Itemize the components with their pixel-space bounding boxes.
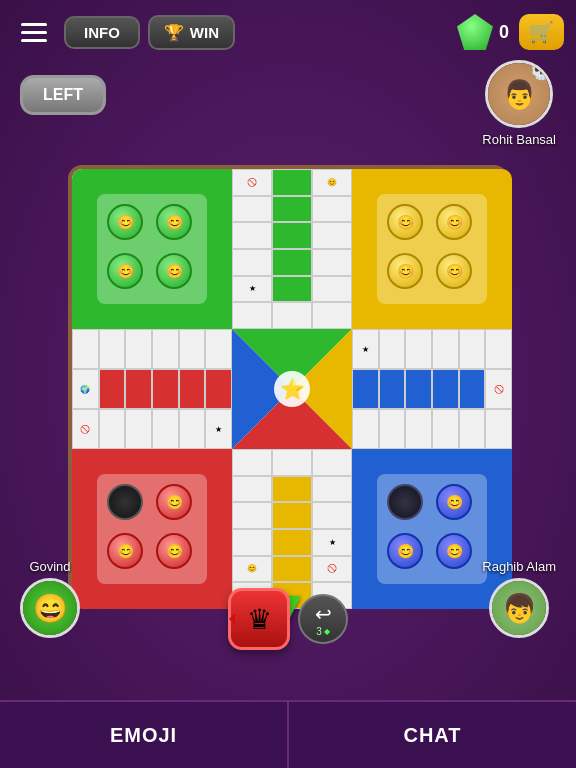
token-yellow-4[interactable]: 😊 xyxy=(436,253,472,289)
cell xyxy=(405,329,432,369)
cell xyxy=(432,409,459,449)
token-blue-1[interactable]: 😊 xyxy=(436,484,472,520)
cell xyxy=(179,409,206,449)
cell xyxy=(352,409,379,449)
cell-green xyxy=(272,196,312,223)
token-yellow-3[interactable]: 😊 xyxy=(387,253,423,289)
cell: 😊 xyxy=(312,169,352,196)
token-green-4[interactable]: 😊 xyxy=(156,253,192,289)
path-right-grid: ★ 🚫 xyxy=(352,329,512,449)
cell-yellow xyxy=(272,476,312,503)
trophy-icon: 🏆 xyxy=(164,23,184,42)
cell xyxy=(99,329,126,369)
cell-blue xyxy=(405,369,432,409)
token-red-1[interactable]: 😊 xyxy=(156,484,192,520)
crown-button[interactable]: ♛ xyxy=(228,588,290,650)
token-green-3[interactable]: 😊 xyxy=(107,253,143,289)
cell-blue xyxy=(432,369,459,409)
hamburger-line2 xyxy=(21,31,47,34)
path-left-grid: 🌍 🚫 ★ xyxy=(72,329,232,449)
cart-icon: 🛒 xyxy=(529,21,554,43)
win-label: WIN xyxy=(190,24,219,41)
cell xyxy=(312,302,352,329)
cell xyxy=(99,409,126,449)
cell-yellow xyxy=(272,502,312,529)
cell-blue xyxy=(459,369,486,409)
cell xyxy=(272,449,312,476)
home-yellow: 😊 😊 😊 😊 xyxy=(352,169,512,329)
undo-button[interactable]: ↩ 3 ◆ xyxy=(298,594,348,644)
undo-icon: ↩ xyxy=(315,602,332,626)
path-top-grid: 🚫 😊 ★ xyxy=(232,169,352,329)
cell xyxy=(379,409,406,449)
ludo-board: 😊 😊 😊 😊 🚫 😊 xyxy=(68,165,508,605)
cell xyxy=(485,409,512,449)
path-right: ★ 🚫 xyxy=(352,329,512,449)
cell-red xyxy=(152,369,179,409)
undo-count-area: 3 ◆ xyxy=(316,626,330,637)
cell: 🚫 xyxy=(72,409,99,449)
player-raghib-name: Raghib Alam xyxy=(482,559,556,574)
home-green-inner: 😊 😊 😊 😊 xyxy=(97,194,207,304)
cell: 🌍 xyxy=(72,369,99,409)
player-raghib-face: 👦 xyxy=(492,581,546,635)
cell-red xyxy=(205,369,232,409)
player-bottom-right: Raghib Alam 👦 xyxy=(482,559,556,638)
cell: ★ xyxy=(312,529,352,556)
cell xyxy=(312,196,352,223)
board-container: 😊 😊 😊 😊 🚫 😊 xyxy=(68,165,508,605)
bottom-tabs: EMOJI CHAT xyxy=(0,700,576,768)
skull-icon: 💀 xyxy=(529,60,553,81)
win-button[interactable]: 🏆 WIN xyxy=(148,15,235,50)
home-yellow-inner: 😊 😊 😊 😊 xyxy=(377,194,487,304)
cell xyxy=(405,409,432,449)
crown-icon: ♛ xyxy=(247,603,272,636)
center-star-svg: ⭐ xyxy=(232,329,352,449)
board-center: ⭐ xyxy=(232,329,352,449)
undo-gem-icon: ◆ xyxy=(324,627,330,636)
token-yellow-1[interactable]: 😊 xyxy=(387,204,423,240)
token-green-2[interactable]: 😊 xyxy=(156,204,192,240)
cell xyxy=(205,329,232,369)
hamburger-line1 xyxy=(21,23,47,26)
cell xyxy=(312,449,352,476)
token-green-1[interactable]: 😊 xyxy=(107,204,143,240)
player-govind-avatar: 😄 xyxy=(20,578,80,638)
gem-icon xyxy=(457,14,493,50)
info-button[interactable]: INFO xyxy=(64,16,140,49)
cell-green xyxy=(272,169,312,196)
token-blue-empty xyxy=(387,484,423,520)
hamburger-button[interactable] xyxy=(12,10,56,54)
cell xyxy=(312,249,352,276)
cell: ★ xyxy=(205,409,232,449)
cell xyxy=(72,329,99,369)
cell xyxy=(459,329,486,369)
emoji-tab[interactable]: EMOJI xyxy=(0,702,287,768)
cell: 🚫 xyxy=(485,369,512,409)
player-raghib-avatar: 👦 xyxy=(489,578,549,638)
path-left: 🌍 🚫 ★ xyxy=(72,329,232,449)
cell-yellow xyxy=(272,529,312,556)
player-govind-name: Govind xyxy=(29,559,70,574)
chat-tab[interactable]: CHAT xyxy=(287,702,576,768)
cell-blue xyxy=(352,369,379,409)
left-button[interactable]: LEFT xyxy=(20,75,106,115)
cell xyxy=(379,329,406,369)
cell: ★ xyxy=(352,329,379,369)
cell xyxy=(232,249,272,276)
path-top: 🚫 😊 ★ xyxy=(232,169,352,329)
cell xyxy=(485,329,512,369)
cell xyxy=(232,196,272,223)
token-red-empty xyxy=(107,484,143,520)
action-area: ♛ ↩ 3 ◆ xyxy=(228,588,348,650)
cell xyxy=(312,476,352,503)
cell xyxy=(152,409,179,449)
player-top-avatar: 👨 💀 xyxy=(485,60,553,128)
top-bar: INFO 🏆 WIN 0 🛒 xyxy=(0,10,576,54)
cell-blue xyxy=(379,369,406,409)
cell: 🚫 xyxy=(232,169,272,196)
cell-red xyxy=(179,369,206,409)
cart-button[interactable]: 🛒 xyxy=(519,14,564,50)
token-yellow-2[interactable]: 😊 xyxy=(436,204,472,240)
hamburger-line3 xyxy=(21,39,47,42)
